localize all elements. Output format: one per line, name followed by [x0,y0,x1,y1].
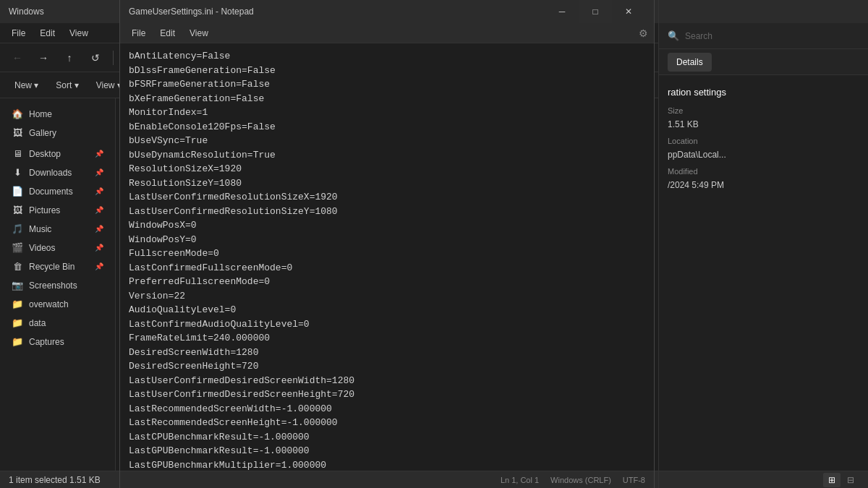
notepad-title-bar: GameUserSettings.ini - Notepad ─ □ ✕ [120,0,654,23]
notepad-line: LastRecommendedScreenWidth=-1.000000 [129,402,645,416]
details-tab-details[interactable]: Details [668,53,712,72]
notepad-menu-file[interactable]: File [126,26,151,40]
notepad-cursor-info: Ln 1, Col 1 [501,476,539,484]
grid-view-button[interactable]: ⊞ [823,473,841,487]
screenshots-icon: 📷 [12,280,23,291]
notepad-line: FullscreenMode=0 [129,247,645,261]
sidebar-item-documents[interactable]: 📄 Documents 📌 [3,182,112,200]
list-view-toggle-button[interactable]: ⊟ [842,473,859,487]
details-modified-value: /2024 5:49 PM [668,180,859,190]
notepad-line: bUseDynamicResolution=True [129,148,645,163]
notepad-line: ResolutionSizeY=1080 [129,176,645,191]
details-tabs: Details [659,49,868,75]
sort-button[interactable]: Sort ▾ [50,77,84,93]
sidebar-item-label: Recycle Bin [29,262,75,272]
details-title-bar [659,0,868,23]
notepad-minimize-button[interactable]: ─ [545,0,579,23]
notepad-window: GameUserSettings.ini - Notepad ─ □ ✕ Fil… [119,0,655,488]
pin-icon: 📌 [95,262,103,270]
overwatch-folder-icon: 📁 [12,299,23,309]
notepad-encoding: UTF-8 [623,476,645,484]
back-button[interactable]: ← [6,46,29,69]
sidebar-section-pinned: 🖥 Desktop 📌 ⬇ Downloads 📌 📄 Documents 📌 … [0,145,115,351]
sidebar-item-music[interactable]: 🎵 Music 📌 [3,220,112,238]
notepad-line: ResolutionSizeX=1920 [129,162,645,176]
notepad-menu-view[interactable]: View [184,26,214,40]
pin-icon: 📌 [95,225,103,233]
sidebar-item-label: Music [29,224,51,234]
notepad-title: GameUserSettings.ini - Notepad [129,7,254,17]
notepad-line: LastGPUBenchmarkResult=-1.000000 [129,444,645,458]
sidebar-item-data[interactable]: 📁 data [3,314,112,332]
details-size-label: Size [668,106,859,115]
details-path-value: ppData\Local... [668,150,859,160]
new-button[interactable]: New ▾ [9,77,44,93]
sidebar-item-label: Gallery [29,128,56,138]
forward-button[interactable]: → [32,46,55,69]
notepad-line: DesiredScreenWidth=1280 [129,346,645,360]
notepad-status: Ln 1, Col 1 Windows (CRLF) UTF-8 [120,471,654,488]
sidebar-item-screenshots[interactable]: 📷 Screenshots [3,276,112,294]
notepad-line: bXeFrameGeneration=False [129,92,645,106]
up-button[interactable]: ↑ [58,46,81,69]
notepad-line-ending: Windows (CRLF) [550,476,611,484]
notepad-maximize-button[interactable]: □ [579,0,612,23]
sidebar-item-label: data [29,318,46,328]
menu-view[interactable]: View [64,26,94,40]
pin-icon: 📌 [95,206,103,214]
notepad-close-button[interactable]: ✕ [612,0,645,23]
notepad-content[interactable]: bAntiLatency=FalsebDlssFrameGeneration=F… [120,43,654,471]
notepad-title-controls: ─ □ ✕ [545,0,645,23]
videos-icon: 🎬 [12,242,23,253]
sidebar-item-gallery[interactable]: 🖼 Gallery [3,124,112,142]
notepad-line: bUseVSync=True [129,134,645,148]
details-search-bar[interactable]: 🔍 Search [659,23,868,49]
refresh-button[interactable]: ↺ [84,46,107,69]
sidebar-item-home[interactable]: 🏠 Home [3,105,112,123]
sidebar-item-pictures[interactable]: 🖼 Pictures 📌 [3,201,112,219]
sidebar-item-captures[interactable]: 📁 Captures [3,333,112,351]
notepad-line: Version=22 [129,289,645,304]
captures-folder-icon: 📁 [12,336,23,347]
sidebar-item-label: Screenshots [29,281,77,291]
menu-file[interactable]: File [6,26,31,40]
toolbar-divider [113,51,114,65]
sidebar-item-overwatch[interactable]: 📁 overwatch [3,295,112,313]
sidebar-item-label: Downloads [29,168,72,178]
pictures-icon: 🖼 [12,205,23,215]
notepad-line: LastRecommendedScreenHeight=-1.000000 [129,416,645,430]
notepad-settings-icon[interactable]: ⚙ [639,27,648,39]
notepad-line: LastGPUBenchmarkMultiplier=1.000000 [129,458,645,471]
details-view-toggle: ⊞ ⊟ [823,473,859,487]
details-search-icon: 🔍 [668,30,679,41]
notepad-line: WindowPosX=0 [129,218,645,233]
notepad-line: bDlssFrameGeneration=False [129,64,645,78]
notepad-line: LastUserConfirmedDesiredScreenWidth=1280 [129,374,645,388]
sidebar-item-recycle-bin[interactable]: 🗑 Recycle Bin 📌 [3,257,112,275]
sidebar-item-label: Home [29,109,52,119]
notepad-line: FrameRateLimit=240.000000 [129,331,645,346]
notepad-line: LastUserConfirmedResolutionSizeX=1920 [129,190,645,205]
data-folder-icon: 📁 [12,317,23,328]
sidebar-item-videos[interactable]: 🎬 Videos 📌 [3,239,112,257]
details-panel: 🔍 Search Details ration settings Size 1.… [658,0,868,488]
notepad-menu-edit[interactable]: Edit [154,26,181,40]
status-text: 1 item selected 1.51 KB [9,475,101,485]
details-content: ration settings Size 1.51 KB Location pp… [659,75,868,471]
notepad-line: WindowPosY=0 [129,233,645,247]
pin-icon: 📌 [95,187,103,195]
downloads-icon: ⬇ [12,167,23,178]
notepad-line: LastConfirmedFullscreenMode=0 [129,261,645,275]
sidebar-item-desktop[interactable]: 🖥 Desktop 📌 [3,145,112,163]
sidebar-item-label: Desktop [29,149,61,159]
pin-icon: 📌 [95,168,103,176]
sidebar-item-downloads[interactable]: ⬇ Downloads 📌 [3,163,112,181]
menu-edit[interactable]: Edit [34,26,61,40]
details-size-value: 1.51 KB [668,119,859,129]
home-icon: 🏠 [12,108,23,119]
notepad-line: bAntiLatency=False [129,49,645,64]
details-panel-status: ⊞ ⊟ [659,471,868,488]
notepad-line: PreferredFullscreenMode=0 [129,275,645,289]
window-title: Windows [9,7,44,17]
details-path-label: Location [668,137,859,145]
